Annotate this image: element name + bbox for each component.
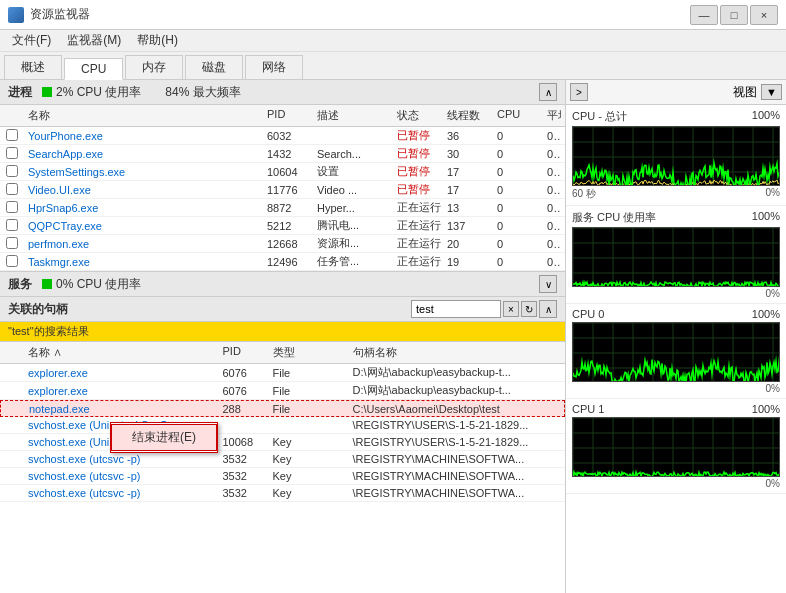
handles-list: explorer.exe 6076 File D:\网站\abackup\eas… xyxy=(0,364,565,593)
service-cpu-time: 0% xyxy=(572,288,780,299)
handle-col-pid[interactable]: PID xyxy=(221,343,271,362)
cpu1-time: 0% xyxy=(572,478,780,489)
cpu1-label: CPU 1 100% xyxy=(572,403,780,415)
maximize-button[interactable]: □ xyxy=(720,5,748,25)
list-item[interactable]: explorer.exe 6076 File D:\网站\abackup\eas… xyxy=(0,364,565,382)
right-panel: > 视图 ▼ CPU - 总计 100% 60 秒 0% 服务 CPU 使用率 … xyxy=(566,80,786,593)
service-cpu-chart xyxy=(572,227,780,287)
left-panel: 进程 2% CPU 使用率 84% 最大频率 ∧ 名称 PID 描述 状态 线程… xyxy=(0,80,566,593)
handles-collapse-btn[interactable]: ∧ xyxy=(539,300,557,318)
menu-monitor[interactable]: 监视器(M) xyxy=(59,31,129,50)
right-top-bar: > 视图 ▼ xyxy=(566,80,786,105)
tab-overview[interactable]: 概述 xyxy=(4,55,62,79)
table-row[interactable]: HprSnap6.exe 8872 Hyper... 正在运行 13 0 0.8… xyxy=(0,199,565,217)
cpu0-label: CPU 0 100% xyxy=(572,308,780,320)
handle-col-type[interactable]: 类型 xyxy=(271,343,351,362)
handle-col-handle-name[interactable]: 句柄名称 xyxy=(351,343,546,362)
table-row[interactable]: Taskmgr.exe 12496 任务管... 正在运行 19 0 0.18 xyxy=(0,253,565,271)
col-threads[interactable]: 线程数 xyxy=(445,106,495,125)
list-item[interactable]: explorer.exe 6076 File D:\网站\abackup\eas… xyxy=(0,382,565,400)
list-item[interactable]: svchost.exe (UninstackSvcGrou \REGISTRY\… xyxy=(0,417,565,434)
cpu-total-time: 60 秒 0% xyxy=(572,187,780,201)
tab-network[interactable]: 网络 xyxy=(245,55,303,79)
search-box: × ↻ ∧ xyxy=(411,300,557,318)
minimize-button[interactable]: — xyxy=(690,5,718,25)
services-section-header: 服务 0% CPU 使用率 ∨ xyxy=(0,271,565,297)
tab-disk[interactable]: 磁盘 xyxy=(185,55,243,79)
list-item[interactable]: notepad.exe 288 File C:\Users\Aaomei\Des… xyxy=(0,400,565,417)
handle-col-scroll xyxy=(545,343,561,362)
col-checkbox xyxy=(4,106,26,125)
context-menu: 结束进程(E) xyxy=(110,422,218,453)
list-item[interactable]: svchost.exe (utcsvc -p) 3532 Key \REGIST… xyxy=(0,451,565,468)
cpu1-chart xyxy=(572,417,780,477)
col-cpu[interactable]: CPU xyxy=(495,106,545,125)
search-go-button[interactable]: ↻ xyxy=(521,301,537,317)
view-label: 视图 xyxy=(733,84,757,101)
services-cpu-usage: 0% CPU 使用率 xyxy=(56,276,141,293)
list-item[interactable]: svchost.exe (utcsvc -p) 3532 Key \REGIST… xyxy=(0,485,565,502)
menu-file[interactable]: 文件(F) xyxy=(4,31,59,50)
cpu-total-label: CPU - 总计 100% xyxy=(572,109,780,124)
col-desc[interactable]: 描述 xyxy=(315,106,395,125)
handles-header: 关联的句柄 × ↻ ∧ xyxy=(0,297,565,322)
search-input[interactable] xyxy=(411,300,501,318)
process-section-header: 进程 2% CPU 使用率 84% 最大频率 ∧ xyxy=(0,80,565,105)
services-green-dot xyxy=(42,279,52,289)
title-bar: 资源监视器 — □ × xyxy=(0,0,786,30)
window-title: 资源监视器 xyxy=(30,6,690,23)
process-max-freq: 84% 最大频率 xyxy=(165,84,240,101)
list-item[interactable]: svchost.exe (UninstackSvcGroup) 10068 Ke… xyxy=(0,434,565,451)
cpu0-chart xyxy=(572,322,780,382)
search-result-bar: "test"的搜索结果 xyxy=(0,322,565,342)
col-pid[interactable]: PID xyxy=(265,106,315,125)
table-row[interactable]: SystemSettings.exe 10604 设置 已暂停 17 0 0.0… xyxy=(0,163,565,181)
service-cpu-section: 服务 CPU 使用率 100% 0% xyxy=(566,206,786,304)
cpu-total-chart xyxy=(572,126,780,186)
handles-section: 关联的句柄 × ↻ ∧ "test"的搜索结果 名称 ∧ PID 类型 句柄名称 xyxy=(0,297,565,593)
services-cpu-indicator: 0% CPU 使用率 xyxy=(42,276,539,293)
list-item[interactable]: svchost.exe (utcsvc -p) 3532 Key \REGIST… xyxy=(0,468,565,485)
menu-help[interactable]: 帮助(H) xyxy=(129,31,186,50)
cpu0-time: 0% xyxy=(572,383,780,394)
cpu-green-dot xyxy=(42,87,52,97)
process-collapse-btn[interactable]: ∧ xyxy=(539,83,557,101)
cpu1-section: CPU 1 100% 0% xyxy=(566,399,786,494)
main-area: 进程 2% CPU 使用率 84% 最大频率 ∧ 名称 PID 描述 状态 线程… xyxy=(0,80,786,593)
table-row[interactable]: QQPCTray.exe 5212 腾讯电... 正在运行 137 0 0.59 xyxy=(0,217,565,235)
process-cpu-indicator: 2% CPU 使用率 84% 最大频率 xyxy=(42,84,539,101)
services-collapse-btn[interactable]: ∨ xyxy=(539,275,557,293)
process-cpu-usage: 2% CPU 使用率 xyxy=(56,84,141,101)
cpu-total-section: CPU - 总计 100% 60 秒 0% xyxy=(566,105,786,206)
handles-table-header: 名称 ∧ PID 类型 句柄名称 xyxy=(0,342,565,364)
col-name[interactable]: 名称 xyxy=(26,106,265,125)
close-button[interactable]: × xyxy=(750,5,778,25)
expand-button[interactable]: > xyxy=(570,83,588,101)
tab-cpu[interactable]: CPU xyxy=(64,58,123,80)
table-row[interactable]: perfmon.exe 12668 资源和... 正在运行 20 0 0.32 xyxy=(0,235,565,253)
process-title: 进程 xyxy=(8,84,32,101)
view-dropdown[interactable]: ▼ xyxy=(761,84,782,100)
col-avg-cpu[interactable]: 平均 C... xyxy=(545,106,561,125)
table-row[interactable]: YourPhone.exe 6032 已暂停 36 0 0.00 xyxy=(0,127,565,145)
table-row[interactable]: SearchApp.exe 1432 Search... 已暂停 30 0 0.… xyxy=(0,145,565,163)
window-controls: — □ × xyxy=(690,5,778,25)
table-row[interactable]: Video.UI.exe 11776 Video ... 已暂停 17 0 0.… xyxy=(0,181,565,199)
process-list: YourPhone.exe 6032 已暂停 36 0 0.00 SearchA… xyxy=(0,127,565,271)
col-state[interactable]: 状态 xyxy=(395,106,445,125)
context-menu-end-process[interactable]: 结束进程(E) xyxy=(111,424,217,451)
process-table-header: 名称 PID 描述 状态 线程数 CPU 平均 C... xyxy=(0,105,565,127)
handle-col-check xyxy=(4,343,26,362)
tab-memory[interactable]: 内存 xyxy=(125,55,183,79)
handle-col-name[interactable]: 名称 ∧ xyxy=(26,343,221,362)
search-clear-button[interactable]: × xyxy=(503,301,519,317)
handles-title: 关联的句柄 xyxy=(8,301,68,318)
cpu0-section: CPU 0 100% 0% xyxy=(566,304,786,399)
menu-bar: 文件(F) 监视器(M) 帮助(H) xyxy=(0,30,786,52)
tab-bar: 概述 CPU 内存 磁盘 网络 xyxy=(0,52,786,80)
app-icon xyxy=(8,7,24,23)
service-cpu-label: 服务 CPU 使用率 100% xyxy=(572,210,780,225)
search-result-label: "test"的搜索结果 xyxy=(8,325,89,337)
services-title: 服务 xyxy=(8,276,32,293)
